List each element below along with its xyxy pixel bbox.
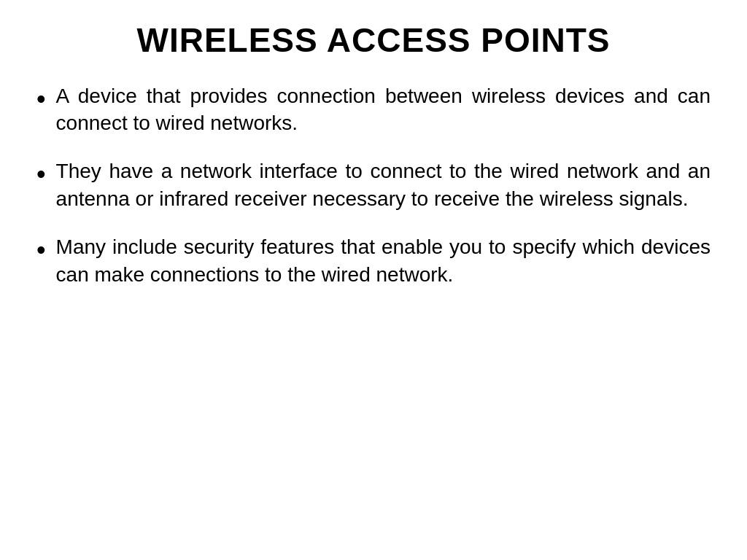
slide: WIRELESS ACCESS POINTS • A device that p… [0,0,747,560]
bullet-text-2: They have a network interface to connect… [56,158,711,213]
bullet-list: • A device that provides connection betw… [36,72,711,299]
bullet-dot-2: • [36,159,46,189]
bullet-text-1: A device that provides connection betwee… [56,82,711,138]
bullet-dot-3: • [36,235,46,265]
list-item: • Many include security features that en… [36,223,711,299]
list-item: • A device that provides connection betw… [36,72,711,148]
bullet-text-3: Many include security features that enab… [56,233,711,289]
slide-title: WIRELESS ACCESS POINTS [36,22,711,59]
list-item: • They have a network interface to conne… [36,147,711,223]
bullet-dot-1: • [36,84,46,114]
